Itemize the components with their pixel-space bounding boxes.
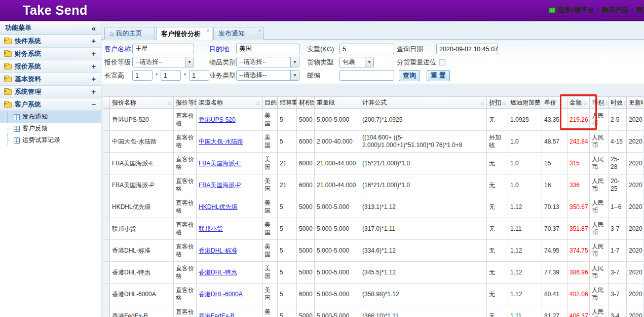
cell-formula: (313.1)*1.12 [360,196,487,218]
cell-discount: 无 [487,196,508,218]
sidebar-group-label: 客户系统 [15,100,92,109]
dimension-input-1[interactable]: 1 [132,70,153,81]
table-row: FBA美国海派-E直客价格FBA美国海派-E美国21600021.000-44.… [103,153,643,174]
tab-customer-quote-analysis[interactable]: 客户报价分析× [156,27,212,40]
tab-publish-notice[interactable]: 发布通知× [213,27,264,40]
channel-link[interactable]: 香港DHL-特惠 [199,269,237,276]
topnav-link-login-kwei[interactable]: 登录k微平台 [549,6,594,15]
postcode-input[interactable] [339,70,394,81]
expand-state-icon: − [92,100,96,109]
cell-formula: (317.0)*1.11 [360,218,487,240]
sidebar-group-finance-system[interactable]: 财务系统+ [0,48,101,60]
col-header-discount[interactable]: 折扣△ [487,96,508,109]
cell-currency: 人民币 [590,174,609,196]
cell-destination: 美国 [262,109,278,131]
cell-settle-weight: 21 [278,174,297,196]
sidebar-group-basic-data[interactable]: 基本资料+ [0,73,101,86]
channel-link[interactable]: FBA美国海派-P [199,182,241,189]
channel-link[interactable]: FBA美国海派-E [199,160,241,167]
form-row-3: 长宽高1*1*1业务类型--请选择--▼邮编查询重 置 [101,70,644,83]
table-row: FBA美国海派-P直客价格FBA美国海派-P美国21600021.000-44.… [103,174,643,196]
tab-close-icon[interactable]: × [207,28,210,33]
destination-input[interactable]: 美国 [236,44,299,54]
item-category-select[interactable]: --请选择--▼ [236,57,299,67]
channel-link[interactable]: 香港DHL-6000A [199,291,243,298]
business-type-value: --请选择-- [237,71,290,80]
item-category-value: --请选择-- [237,57,290,67]
col-header-currency[interactable]: 币别△ [590,96,609,109]
cell-row-header [103,109,110,131]
search-button[interactable]: 查询 [399,70,420,81]
channel-link[interactable]: 中国大包-水陆路 [199,138,243,146]
cell-update-time: 2020 [627,196,643,218]
chevron-down-icon: ▼ [290,71,299,80]
topnav-link-net-speed[interactable]: 网速测 [636,6,644,15]
cell-update-time: 2020 [627,262,643,284]
col-header-quote-name[interactable]: 报价名称△ [110,96,174,109]
cell-quote-level: 直客价格 [174,196,197,218]
sidebar-collapse-icon[interactable]: « [92,24,96,32]
channel-link[interactable]: 联邦小货 [199,225,223,233]
topnav-link-buy-product[interactable]: 购买产品 [602,6,628,15]
quote-level-select[interactable]: --请选择--▼ [132,57,194,67]
channel-link[interactable]: 香港DHL-标准 [199,247,237,255]
sidebar-item-freight-trial-records[interactable]: 运费试算记录 [0,134,101,146]
tab-close-icon[interactable]: × [258,28,261,33]
multiply-separator: * [155,72,159,79]
cell-weight-range: 21.000-44.000 [315,153,360,174]
col-header-transit-time[interactable]: 时效△ [609,96,627,109]
amount-value: 315 [570,160,580,167]
app-logo: Take Send [0,3,88,18]
cell-row-header [103,284,110,305]
sidebar-item-publish-notice[interactable]: 发布通知 [0,111,101,123]
cell-weight-range: 5.000-5.000 [315,240,360,262]
query-date-input[interactable]: 2020-09-02 10:45:07 [436,44,498,54]
channel-link[interactable]: 香港UPS-520 [199,116,236,124]
business-type-select[interactable]: --请选择--▼ [236,70,299,81]
expand-state-icon: + [92,75,96,83]
sidebar-group-quote-system[interactable]: 报价系统+ [0,60,101,73]
sidebar-group-express-system[interactable]: 快件系统+ [0,35,101,48]
cell-currency: 人民币 [590,305,609,317]
cell-update-time: 2020 [627,109,643,131]
col-header-weight-range: 重量段 [315,96,360,109]
cell-amount: 406.37 [567,305,590,317]
cell-unit-price: 74.95 [542,240,567,262]
cell-transit-time: 1-7 [609,240,627,262]
sidebar-group-system-management[interactable]: 系统管理+ [0,86,101,98]
col-header-amount[interactable]: 金额△ [567,96,590,109]
cell-discount: 无 [487,218,508,240]
sidebar-group-label: 基本资料 [15,75,92,84]
label-actual-weight: 实重(KG) [307,44,334,55]
dimension-input-3[interactable]: 1 [189,70,209,81]
cargo-type-select[interactable]: 包裹▼ [339,57,374,67]
reset-button[interactable]: 重 置 [427,70,450,81]
cell-channel-name: 香港DHL-6000A [197,284,262,305]
amount-value: 351.87 [570,225,588,233]
cell-channel-name: 中国大包-水陆路 [197,131,262,153]
tab-home-page[interactable]: ⌂我的主页 [104,27,155,40]
split-weight-carry-checkbox[interactable] [439,59,445,65]
customer-name-input[interactable]: 王星 [132,44,194,54]
actual-weight-input[interactable]: 5 [339,44,394,54]
table-row: 香港FedEx-B直客价格香港FedEx-B美国550005.000-5.000… [103,305,643,317]
cell-volume-divisor: 6000 [297,174,315,196]
sidebar-group-customer-system[interactable]: 客户系统− [0,98,101,111]
channel-link[interactable]: HKDHL优先级 [199,203,238,211]
sidebar-item-customer-feedback[interactable]: 客户反馈 [0,123,101,134]
cell-transit-time: 3-7 [609,262,627,284]
col-header-channel-name[interactable]: 渠道名称△ [197,96,262,109]
dimension-input-2[interactable]: 1 [161,70,181,81]
cell-quote-name: 香港DHL-特惠 [110,262,174,284]
cell-quote-name: 香港UPS-520 [110,109,174,131]
sidebar-item-label: 运费试算记录 [22,136,60,145]
cell-settle-weight: 5 [278,240,297,262]
tree-line [7,111,14,123]
col-header-formula[interactable]: 计算公式△ [360,96,487,109]
cell-quote-level: 直客价格 [174,262,197,284]
amount-value: 242.84 [570,138,588,146]
amount-value: 386.96 [570,269,588,276]
cell-currency: 人民币 [590,240,609,262]
cell-channel-name: FBA美国海派-E [197,153,262,174]
channel-link[interactable]: 香港FedEx-B [199,312,235,317]
